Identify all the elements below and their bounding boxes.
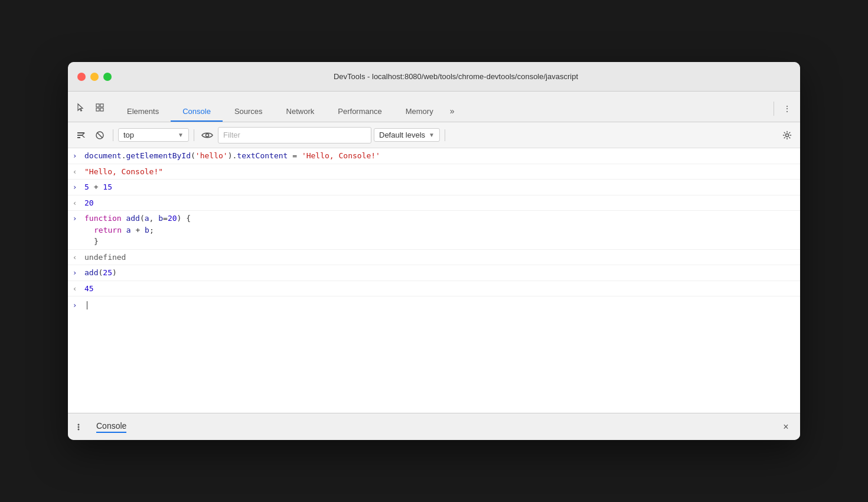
eye-icon[interactable] (199, 127, 216, 144)
console-line: ‹ 45 (68, 281, 800, 297)
svg-line-9 (97, 132, 103, 138)
cursor-area[interactable] (87, 299, 87, 311)
close-drawer-button[interactable]: × (779, 420, 793, 434)
console-input-text: 5 + 15 (82, 181, 795, 193)
settings-icon[interactable] (779, 127, 795, 144)
default-levels-button[interactable]: Default levels ▼ (374, 128, 440, 142)
svg-rect-4 (77, 132, 84, 133)
toolbar-divider (113, 129, 113, 141)
chevron-down-icon: ▼ (178, 132, 184, 138)
cursor-blink (87, 301, 87, 309)
console-output-text: 20 (82, 197, 795, 209)
title-bar: DevTools - localhost:8080/web/tools/chro… (68, 62, 800, 92)
toolbar-divider-2 (194, 129, 194, 141)
tab-elements[interactable]: Elements (115, 102, 171, 122)
tab-network[interactable]: Network (275, 102, 327, 122)
console-output-text: 45 (82, 283, 795, 295)
console-line: › document.getElementById('hello').textC… (68, 148, 800, 164)
tab-memory[interactable]: Memory (394, 102, 445, 122)
console-line-indent: return a + b; (73, 224, 154, 236)
console-line-indent: } (73, 236, 99, 247)
more-options-icon[interactable]: ⋮ (779, 100, 795, 117)
inspect-icon[interactable] (92, 99, 108, 116)
tab-performance[interactable]: Performance (326, 102, 393, 122)
console-line: ‹ undefined (68, 250, 800, 266)
svg-rect-1 (100, 104, 103, 107)
tabs-right: ⋮ (771, 100, 795, 122)
input-arrow[interactable]: › (73, 151, 82, 161)
svg-rect-2 (96, 108, 99, 111)
toolbar: top ▼ Default levels ▼ (68, 122, 800, 148)
output-arrow: ‹ (73, 167, 82, 177)
console-line: ‹ "Hello, Console!" (68, 164, 800, 180)
svg-rect-6 (77, 137, 80, 138)
bottom-tab-label: Console (96, 421, 126, 433)
block-icon[interactable] (92, 127, 108, 144)
console-line: › add(25) (68, 265, 800, 281)
output-arrow: ‹ (73, 283, 82, 294)
svg-point-14 (78, 428, 80, 430)
devtools-window: DevTools - localhost:8080/web/tools/chro… (68, 62, 800, 440)
output-arrow: ‹ (73, 252, 82, 263)
console-output-text: undefined (82, 252, 795, 263)
maximize-button[interactable] (103, 73, 112, 81)
bottom-menu-icon[interactable] (75, 420, 89, 434)
context-selector[interactable]: top ▼ (118, 128, 189, 142)
bottom-bar: Console × (68, 413, 800, 440)
input-arrow[interactable]: › (73, 300, 82, 311)
output-arrow: ‹ (73, 198, 82, 208)
svg-point-13 (78, 426, 80, 428)
svg-rect-3 (100, 108, 103, 111)
console-line: › function add(a, b=20) { return a + b; … (68, 211, 800, 250)
window-title: DevTools - localhost:8080/web/tools/chro… (121, 72, 791, 81)
console-input-text: document.getElementById('hello').textCon… (82, 150, 795, 162)
tabs-bar: Elements Console Sources Network Perform… (68, 92, 800, 122)
svg-point-11 (786, 133, 789, 136)
input-arrow[interactable]: › (73, 182, 82, 193)
more-tabs-button[interactable]: » (445, 102, 459, 122)
tab-sources[interactable]: Sources (223, 102, 275, 122)
svg-point-10 (206, 133, 209, 136)
tab-icons (73, 99, 108, 122)
input-arrow[interactable]: › (73, 268, 82, 278)
svg-rect-5 (77, 135, 82, 136)
input-arrow[interactable]: › (73, 213, 82, 224)
console-output-text: "Hello, Console!" (82, 166, 795, 178)
clear-console-button[interactable] (73, 127, 89, 144)
svg-point-12 (78, 423, 80, 425)
console-line: ‹ 20 (68, 195, 800, 211)
console-input-text: function add(a, b=20) { (82, 213, 795, 224)
console-output[interactable]: › document.getElementById('hello').textC… (68, 148, 800, 413)
console-input-text: add(25) (82, 267, 795, 279)
traffic-lights (77, 73, 112, 81)
console-input-line[interactable]: › (68, 296, 800, 313)
cursor-icon[interactable] (73, 99, 89, 116)
svg-marker-7 (81, 133, 85, 138)
close-button[interactable] (77, 73, 86, 81)
console-line: › 5 + 15 (68, 180, 800, 195)
tabs-list: Elements Console Sources Network Perform… (115, 102, 771, 122)
divider (774, 102, 774, 116)
minimize-button[interactable] (90, 73, 99, 81)
chevron-down-icon-levels: ▼ (429, 132, 435, 138)
filter-input[interactable] (218, 127, 371, 144)
tab-console[interactable]: Console (171, 102, 223, 122)
svg-rect-0 (96, 104, 99, 107)
toolbar-divider-3 (445, 129, 445, 141)
